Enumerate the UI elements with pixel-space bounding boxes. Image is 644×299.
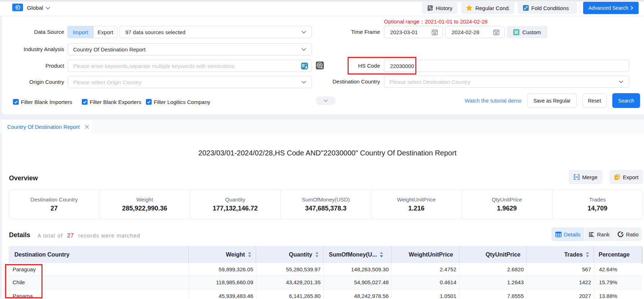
svg-text:A: A — [305, 65, 307, 69]
